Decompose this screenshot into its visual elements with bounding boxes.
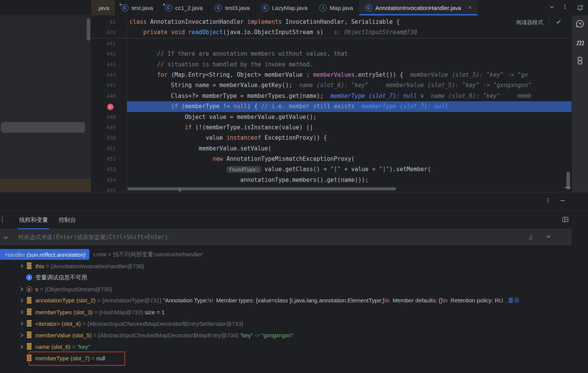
code-line[interactable]: 445 String name = memberValue.getKey(); … <box>91 80 571 91</box>
line-number[interactable]: 449 <box>91 122 127 133</box>
code-line[interactable]: 442 // If there are annotation members w… <box>91 49 571 59</box>
expression-expand-chevron-icon[interactable] <box>545 233 552 242</box>
python-icon[interactable] <box>575 56 585 65</box>
text-segment: new <box>213 155 226 162</box>
variable-row[interactable]: ps = {ObjectInputStream@730} <box>0 283 588 295</box>
add-watch-icon[interactable] <box>528 233 535 242</box>
horizontal-scrollbar[interactable] <box>127 187 396 190</box>
code-line[interactable]: 443 // situation is handled by the invok… <box>91 59 571 70</box>
layout-settings-icon[interactable] <box>562 216 569 224</box>
code-line[interactable]: 452 new AnnotationTypeMismatchExceptionP… <box>91 154 571 164</box>
code-line[interactable]: 448 Object value = memberValue.getValue(… <box>91 112 571 122</box>
code-line[interactable]: 426 private void readObject(java.io.Obje… <box>91 27 571 38</box>
line-number[interactable]: 450 <box>91 133 127 143</box>
expand-chevron-icon[interactable] <box>19 298 26 304</box>
text-segment: instanceof <box>226 134 264 141</box>
variable-row[interactable]: memberType (slot_7) = null <box>0 352 588 364</box>
inspections-ok-icon[interactable]: ✔ <box>556 18 562 26</box>
line-number[interactable]: 453 <box>91 164 127 175</box>
class-file-icon: C <box>365 4 372 12</box>
variable-row[interactable]: name (slot_6) = "key" <box>0 341 588 352</box>
editor-tab[interactable]: C▶cc1_2.java <box>159 0 209 15</box>
text-segment: // situation is handled by the invoke me… <box>157 61 313 68</box>
line-number[interactable]: 443 <box>91 59 127 70</box>
line-number[interactable]: 442 <box>91 49 127 59</box>
code-text: new AnnotationTypeMismatchExceptionProxy… <box>127 154 571 164</box>
text-segment: memberValue.setValue( <box>129 145 271 152</box>
expand-chevron-icon[interactable] <box>19 321 26 327</box>
panel-options-kebab-icon[interactable] <box>545 198 551 205</box>
debug-tab[interactable]: 控制台 <box>53 211 81 229</box>
variable-row[interactable]: this = {AnnotationInvocationHandler@736} <box>0 260 588 272</box>
code-text: value instanceof ExceptionProxy)) { <box>127 133 571 143</box>
panel-minimize-icon[interactable] <box>560 198 566 205</box>
panel-drag-kebab-icon[interactable] <box>0 215 6 225</box>
code-line[interactable]: 449 if (!(memberType.isInstance(value) |… <box>91 122 571 133</box>
code-line[interactable]: 441 <box>91 38 571 49</box>
ide-window: .javaC▶test.javaC▶cc1_2.javaCtest3.javaC… <box>0 0 588 373</box>
editor-tab[interactable]: .java <box>91 0 115 15</box>
code-text: memberValue.setValue( <box>127 144 571 154</box>
tab-label: test.java <box>132 5 153 11</box>
expand-chevron-icon[interactable] <box>19 309 26 315</box>
code-line[interactable]: 453 foundType: value.getClass() + "[" + … <box>91 164 571 175</box>
expression-history-chevron-icon[interactable] <box>3 234 9 242</box>
line-number[interactable]: 452 <box>91 154 127 164</box>
line-number[interactable]: 451 <box>91 144 127 154</box>
close-tab-icon[interactable]: × <box>468 5 471 11</box>
code-text <box>127 38 571 49</box>
code-line[interactable]: 450 value instanceof ExceptionProxy)) { <box>91 133 571 143</box>
variable-row[interactable]: annotationType (slot_2) = {AnnotationTyp… <box>0 295 588 306</box>
editor-tab[interactable]: Ctest3.java <box>208 0 255 15</box>
ai-assistant-icon[interactable] <box>575 19 585 28</box>
line-number[interactable]: 41 <box>91 17 127 27</box>
variable-row[interactable]: memberTypes (slot_3) = {HashMap@732} siz… <box>0 306 588 318</box>
selected-frame[interactable]: Handler (sun.reflect.annotation) <box>0 249 89 260</box>
tabs-host: .javaC▶test.javaC▶cc1_2.javaCtest3.javaC… <box>91 0 477 15</box>
evaluate-expression-input[interactable] <box>17 233 510 241</box>
notifications-bell-icon[interactable] <box>575 3 585 13</box>
kebab-menu-icon[interactable] <box>562 4 568 12</box>
maven-icon[interactable]: m <box>575 38 585 47</box>
stack-frame-row[interactable]: Handler (sun.reflect.annotation)r.root =… <box>0 249 588 260</box>
code-line[interactable]: 446 Class<?> memberType = memberTypes.ge… <box>91 91 571 101</box>
editor-tab[interactable]: IMap.java <box>313 0 359 15</box>
left-panel-scrollbar[interactable] <box>87 18 90 41</box>
breakpoint-icon[interactable]: ✓ <box>107 104 114 110</box>
variable-row[interactable]: memberValue (slot_5) = {AbstractInputChe… <box>0 329 588 341</box>
line-number[interactable]: 455 <box>91 185 127 192</box>
reader-mode-label[interactable]: 阅读器模式 <box>516 19 543 26</box>
line-number[interactable]: 445 <box>91 80 127 91</box>
editor-tab[interactable]: C▶test.java <box>115 0 159 15</box>
expand-chevron-icon[interactable] <box>19 286 26 292</box>
text-segment: name (slot_6): "key" <box>299 82 369 89</box>
code-line[interactable]: 451 memberValue.setValue( <box>91 144 571 154</box>
line-number[interactable]: 426 <box>91 27 127 38</box>
expand-chevron-icon[interactable] <box>19 344 26 350</box>
line-number[interactable]: 446 <box>91 91 127 101</box>
debug-tab[interactable]: 线程和变量 <box>14 211 53 229</box>
red-annotation-box <box>29 352 125 366</box>
text-segment: value <box>129 134 226 141</box>
code-line[interactable]: 41class AnnotationInvocationHandler impl… <box>91 17 571 27</box>
code-line[interactable]: ✓ if (memberType != null) { // i.e. memb… <box>91 101 571 112</box>
line-number[interactable]: 441 <box>91 38 127 49</box>
line-number[interactable]: 448 <box>91 112 127 122</box>
code-text: foundType: value.getClass() + "[" + valu… <box>127 164 571 175</box>
editor-tab[interactable]: CAnnotationInvocationHandler.java× <box>359 0 477 15</box>
code-line[interactable]: 444 for (Map.Entry<String, Object> membe… <box>91 70 571 80</box>
editor-tab[interactable]: CLazyMap.java <box>256 0 314 15</box>
variable-row[interactable]: i变量调试信息不可用 <box>0 272 588 283</box>
field-icon <box>26 320 33 327</box>
breakpoint-gutter[interactable]: ✓ <box>91 101 127 112</box>
line-number[interactable]: 444 <box>91 70 127 80</box>
variable-row[interactable]: <iterator> (slot_4) = {AbstractInputChec… <box>0 318 588 329</box>
expand-chevron-icon[interactable] <box>19 263 26 269</box>
code-editor[interactable]: 41class AnnotationInvocationHandler impl… <box>91 15 571 192</box>
variable-text: s = {ObjectInputStream@730} <box>35 286 112 292</box>
expand-chevron-icon[interactable] <box>19 332 26 338</box>
code-line[interactable]: 454 annotationType.members().get(name)))… <box>91 175 571 185</box>
text-segment: "key" <box>240 332 253 338</box>
chevron-down-icon[interactable] <box>549 4 555 12</box>
line-number[interactable]: 454 <box>91 175 127 185</box>
